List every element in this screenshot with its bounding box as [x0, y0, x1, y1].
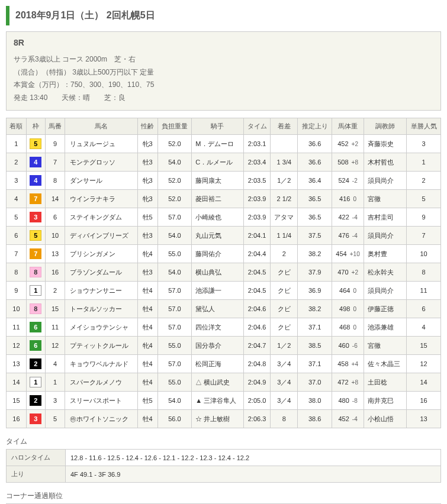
cell-time: 2:03.9	[243, 208, 271, 227]
cell-waku: 8	[26, 300, 45, 318]
cell-name: メイショウテンシャ	[65, 318, 137, 337]
cell-time: 2:04.5	[243, 282, 271, 300]
cell-time: 2:04.6	[243, 318, 271, 337]
cell-trainer: 池添兼雄	[364, 318, 407, 337]
table-row: 12612プティットクルール牝455.0国分恭介2:04.71／238.5460…	[7, 337, 441, 355]
cell-agari: 38.6	[298, 410, 332, 428]
cell-rank: 16	[7, 410, 27, 428]
cell-agari: 36.6	[298, 135, 332, 153]
race-details: サラ系3歳以上 コース 2000m 芝・右 （混合）（特指） 3歳以上500万円…	[14, 53, 433, 104]
table-row: 1635㊕ホワイトソニック牡456.0☆ 井上敏樹2:06.3838.6452 …	[7, 410, 441, 428]
cell-pop: 6	[407, 300, 441, 318]
cell-name: スパークルメノウ	[65, 373, 137, 392]
cell-wt: 52.0	[157, 135, 192, 153]
cell-jockey: ▲ 三津谷隼人	[192, 392, 243, 410]
cell-margin: クビ	[271, 300, 298, 318]
cell-jockey: 四位洋文	[192, 318, 243, 337]
cell-rank: 2	[7, 153, 27, 172]
cell-trainer: 佐々木晶三	[364, 355, 407, 373]
cell-sa: 牡4	[137, 318, 157, 337]
cell-num: 4	[45, 355, 65, 373]
cell-bw: 468 0	[332, 318, 364, 337]
cell-waku: 3	[26, 410, 45, 428]
cell-trainer: 吉村圭司	[364, 208, 407, 227]
cell-waku: 6	[26, 337, 45, 355]
cell-rank: 4	[7, 190, 27, 208]
col-header: 馬名	[65, 118, 137, 135]
cell-rank: 7	[7, 245, 27, 263]
table-row: 912ショウナンサニー牡457.0池添謙一2:04.5クビ36.9464 0須貝…	[7, 282, 441, 300]
cell-name: スリーパスポート	[65, 392, 137, 410]
cell-pop: 3	[407, 135, 441, 153]
table-row: 10815トータルソッカー牡457.0黛弘人2:04.6クビ38.2498 0伊…	[7, 300, 441, 318]
table-row: 159リュヌルージュ牝352.0M．デムーロ2:03.136.6452 +2斉藤…	[7, 135, 441, 153]
cell-bw: 480 -8	[332, 392, 364, 410]
table-row: 6510ディバインブリーズ牡354.0丸山元気2:04.11 1/437.547…	[7, 227, 441, 245]
cell-time: 2:04.5	[243, 263, 271, 282]
cell-sa: 牝3	[137, 135, 157, 153]
col-header: 馬体重	[332, 118, 364, 135]
cell-jockey: 池添謙一	[192, 282, 243, 300]
cell-agari: 37.5	[298, 227, 332, 245]
cell-name: ブリシンガメン	[65, 245, 137, 263]
cell-margin: 1／2	[271, 337, 298, 355]
cell-time: 2:05.0	[243, 392, 271, 410]
cell-wt: 57.0	[157, 355, 192, 373]
cell-trainer: 須貝尚介	[364, 172, 407, 190]
cell-pop: 2	[407, 172, 441, 190]
cell-margin: 1 1/4	[271, 227, 298, 245]
cell-name: キョウワベルナルド	[65, 355, 137, 373]
cell-waku: 4	[26, 172, 45, 190]
cell-sa: 牡4	[137, 300, 157, 318]
cell-agari: 37.1	[298, 355, 332, 373]
cell-time: 2:03.1	[243, 135, 271, 153]
race-info-box: 8R サラ系3歳以上 コース 2000m 芝・右 （混合）（特指） 3歳以上50…	[6, 31, 441, 111]
cell-jockey: △ 横山武史	[192, 373, 243, 392]
cell-agari: 36.9	[298, 282, 332, 300]
cell-waku: 2	[26, 392, 45, 410]
cell-wt: 55.0	[157, 373, 192, 392]
cell-bw: 464 0	[332, 282, 364, 300]
cell-time: 2:03.5	[243, 172, 271, 190]
cell-time: 2:03.4	[243, 153, 271, 172]
page-title: 2018年9月1日（土） 2回札幌5日	[6, 6, 441, 25]
cell-sa: 牝3	[137, 190, 157, 208]
col-header: 単勝人気	[407, 118, 441, 135]
cell-bw: 508 +8	[332, 153, 364, 172]
cell-sa: 牡5	[137, 392, 157, 410]
results-table: 着順枠馬番馬名性齢負担重量騎手タイム着差推定上り馬体重調教師単勝人気 159リュ…	[6, 118, 441, 428]
cell-jockey: 藤岡佑介	[192, 245, 243, 263]
cell-name: ダンサール	[65, 172, 137, 190]
cell-wt: 57.0	[157, 300, 192, 318]
cell-pop: 9	[407, 208, 441, 227]
cell-waku: 7	[26, 190, 45, 208]
cell-agari: 36.5	[298, 208, 332, 227]
cell-waku: 5	[26, 227, 45, 245]
cell-sa: 牡4	[137, 282, 157, 300]
cell-pop: 10	[407, 245, 441, 263]
cell-bw: 452 +2	[332, 135, 364, 153]
cell-num: 7	[45, 153, 65, 172]
corner-section-title: コーナー通過順位	[6, 491, 441, 501]
cell-bw: 472 +8	[332, 373, 364, 392]
col-header: 負担重量	[157, 118, 192, 135]
cell-sa: 牡4	[137, 355, 157, 373]
cell-waku: 8	[26, 263, 45, 282]
table-row: 536ステイキングダム牡557.0小崎綾也2:03.9アタマ36.5422 -4…	[7, 208, 441, 227]
cell-sa: 牡3	[137, 153, 157, 172]
col-header: 調教師	[364, 118, 407, 135]
cell-name: ブラゾンダムール	[65, 263, 137, 282]
time-table: ハロンタイム 12.8 - 11.6 - 12.5 - 12.4 - 12.6 …	[6, 449, 441, 483]
race-line-2: （混合）（特指） 3歳以上500万円以下 定量	[14, 66, 433, 79]
cell-jockey: M．デムーロ	[192, 135, 243, 153]
table-row: 8816ブラゾンダムール牡354.0横山典弘2:04.5クビ37.9470 +2…	[7, 263, 441, 282]
cell-num: 15	[45, 300, 65, 318]
agari-label: 上り	[7, 466, 66, 483]
cell-rank: 14	[7, 373, 27, 392]
cell-bw: 470 +2	[332, 263, 364, 282]
table-row: 348ダンサール牝352.0藤岡康太2:03.51／236.4524 -2須貝尚…	[7, 172, 441, 190]
cell-name: ウインラナキラ	[65, 190, 137, 208]
cell-jockey: ☆ 井上敏樹	[192, 410, 243, 428]
cell-margin	[271, 135, 298, 153]
cell-rank: 15	[7, 392, 27, 410]
